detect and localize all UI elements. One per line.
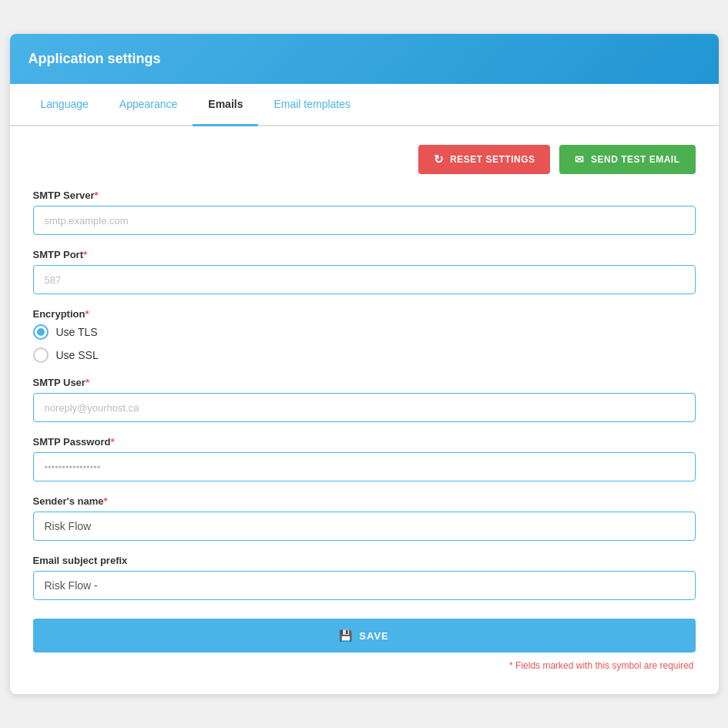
smtp-port-group: SMTP Port* (33, 249, 696, 294)
required-asterisk: * (509, 660, 513, 671)
smtp-server-group: SMTP Server* (33, 190, 696, 235)
reset-settings-label: RESET SETTINGS (450, 154, 535, 165)
smtp-user-label: SMTP User* (33, 377, 696, 388)
main-content: RESET SETTINGS SEND TEST EMAIL SMTP Serv… (10, 126, 719, 694)
app-header: Application settings (10, 34, 719, 84)
encryption-radio-group: Use TLS Use SSL (33, 324, 696, 363)
tabs-bar: Language Appearance Emails Email templat… (10, 84, 719, 126)
smtp-server-input[interactable] (33, 206, 696, 235)
smtp-password-group: SMTP Password* (33, 436, 696, 481)
smtp-port-label: SMTP Port* (33, 249, 696, 260)
save-button[interactable]: SAVE (33, 619, 696, 653)
senders-name-input[interactable] (33, 512, 696, 541)
smtp-user-group: SMTP User* (33, 377, 696, 422)
smtp-server-label: SMTP Server* (33, 190, 696, 201)
smtp-server-required: * (94, 190, 98, 201)
send-test-email-button[interactable]: SEND TEST EMAIL (559, 145, 695, 174)
encryption-required: * (85, 308, 89, 320)
send-test-label: SEND TEST EMAIL (591, 154, 680, 165)
radio-tls-circle (33, 324, 49, 340)
reset-settings-button[interactable]: RESET SETTINGS (418, 145, 551, 174)
footer-note: * Fields marked with this symbol are req… (33, 660, 696, 671)
save-icon (339, 629, 353, 642)
smtp-user-required: * (86, 377, 89, 388)
required-note-text: Fields marked with this symbol are requi… (515, 660, 693, 671)
senders-name-label: Sender's name* (33, 495, 696, 507)
tab-emails[interactable]: Emails (193, 84, 258, 126)
refresh-icon (434, 153, 445, 166)
radio-ssl-circle (33, 347, 49, 363)
action-bar: RESET SETTINGS SEND TEST EMAIL (33, 145, 696, 174)
save-bar: SAVE (33, 619, 696, 653)
radio-tls[interactable]: Use TLS (33, 324, 696, 340)
senders-name-required: * (103, 495, 107, 507)
radio-ssl-label: Use SSL (56, 349, 99, 361)
email-subject-prefix-group: Email subject prefix (33, 555, 696, 600)
encryption-group: Encryption* Use TLS Use SSL (33, 308, 696, 363)
tab-language[interactable]: Language (25, 84, 104, 126)
app-title: Application settings (29, 51, 161, 66)
save-label: SAVE (359, 630, 388, 642)
radio-ssl[interactable]: Use SSL (33, 347, 696, 363)
radio-tls-label: Use TLS (56, 326, 98, 338)
smtp-password-label: SMTP Password* (33, 436, 696, 448)
app-container: Application settings Language Appearance… (10, 34, 719, 694)
smtp-port-input[interactable] (33, 265, 696, 294)
tab-email-templates[interactable]: Email templates (258, 84, 366, 126)
email-subject-prefix-input[interactable] (33, 571, 696, 600)
email-icon (575, 153, 585, 166)
senders-name-group: Sender's name* (33, 495, 696, 541)
tab-appearance[interactable]: Appearance (104, 84, 193, 126)
smtp-password-input[interactable] (33, 452, 696, 481)
smtp-user-input[interactable] (33, 393, 696, 422)
smtp-password-required: * (110, 436, 114, 448)
smtp-port-required: * (83, 249, 87, 260)
encryption-label: Encryption* (33, 308, 696, 320)
email-subject-prefix-label: Email subject prefix (33, 555, 696, 566)
